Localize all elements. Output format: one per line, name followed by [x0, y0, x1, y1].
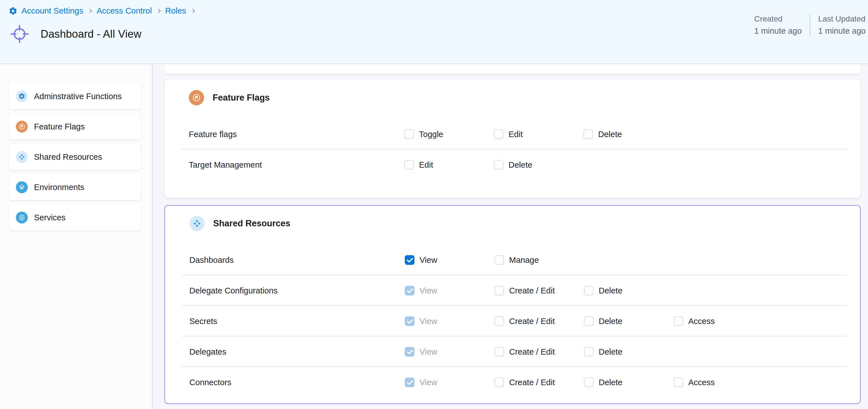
breadcrumb-access-control[interactable]: Access Control: [97, 6, 152, 15]
permission-option[interactable]: Create / Edit: [494, 286, 584, 296]
permission-rows: Feature flags Toggle Edit Delete Target …: [164, 119, 861, 180]
section-header: Feature Flags: [164, 80, 861, 105]
permission-option[interactable]: Toggle: [404, 130, 494, 139]
permission-option[interactable]: Edit: [494, 130, 583, 139]
permission-checkbox[interactable]: [405, 347, 414, 356]
permission-label: Create / Edit: [509, 378, 555, 387]
permission-checkbox[interactable]: [584, 347, 594, 356]
permission-label: Create / Edit: [509, 286, 555, 296]
permission-option[interactable]: Delete: [584, 286, 674, 296]
sidebar-item-administrative-functions[interactable]: Adminstrative Functions: [9, 83, 141, 109]
permission-label: Edit: [419, 160, 433, 170]
sidebar-item-label: Services: [34, 213, 65, 223]
permission-option[interactable]: Delete: [494, 160, 583, 170]
permission-checkbox[interactable]: [583, 130, 593, 139]
permission-option[interactable]: Delete: [583, 130, 673, 139]
permission-label: Create / Edit: [509, 317, 555, 326]
page-title: Dashboard - All View: [40, 28, 142, 40]
permission-row: Secrets View Create / Edit Delete Access: [165, 306, 860, 337]
permission-row: Delegate Configurations View Create / Ed…: [165, 275, 860, 306]
permission-option[interactable]: View: [405, 378, 494, 387]
permission-label: Access: [688, 378, 715, 387]
sidebar-item-environments[interactable]: Environments: [9, 174, 141, 200]
chevron-right-icon: [88, 9, 92, 13]
permission-row: Target Management Edit Delete: [164, 149, 861, 180]
roles-permission-page: Account Settings Access Control Roles Da…: [0, 0, 868, 409]
permission-checkbox[interactable]: [494, 286, 504, 296]
permission-option[interactable]: Create / Edit: [494, 316, 584, 326]
created-value: 1 minute ago: [754, 25, 802, 37]
permission-row: Delegates View Create / Edit Delete: [165, 337, 860, 367]
sidebar-item-services[interactable]: Services: [9, 205, 141, 231]
permission-option[interactable]: Edit: [404, 160, 494, 170]
permission-label: Delete: [508, 160, 532, 170]
permission-option[interactable]: View: [405, 286, 494, 296]
permission-option[interactable]: Access: [674, 316, 763, 326]
permission-option[interactable]: Manage: [494, 255, 584, 265]
permission-checkbox[interactable]: [494, 160, 503, 170]
permission-cells: View Create / Edit Delete: [405, 286, 674, 296]
permission-option[interactable]: Delete: [584, 347, 674, 356]
permission-checkbox[interactable]: [404, 160, 414, 170]
shared-resources-icon: [189, 216, 205, 231]
created-label: Created: [754, 13, 802, 25]
permission-checkbox[interactable]: [674, 378, 683, 387]
breadcrumb-roles[interactable]: Roles: [165, 6, 186, 15]
permission-option[interactable]: View: [405, 255, 494, 265]
permission-option[interactable]: Create / Edit: [494, 378, 584, 387]
permission-checkbox[interactable]: [584, 316, 594, 326]
services-icon: [16, 212, 28, 224]
permission-checkbox[interactable]: [494, 378, 504, 387]
permission-row: Feature flags Toggle Edit Delete: [164, 119, 861, 149]
permission-label: Delete: [599, 378, 622, 387]
section-header: Shared Resources: [165, 206, 860, 231]
breadcrumb-account-settings[interactable]: Account Settings: [22, 6, 83, 15]
permission-option[interactable]: Delete: [584, 378, 674, 387]
permission-cells: View Create / Edit Delete Access: [405, 378, 763, 387]
permission-checkbox[interactable]: [494, 347, 504, 356]
permission-option[interactable]: Create / Edit: [494, 347, 584, 356]
permission-checkbox[interactable]: [404, 130, 414, 139]
permission-cells: Toggle Edit Delete: [404, 130, 673, 139]
permission-checkbox[interactable]: [494, 130, 503, 139]
permission-label: Toggle: [419, 130, 443, 139]
resource-name: Delegates: [189, 347, 405, 356]
meta-panel: Created 1 minute ago Last Updated 1 minu…: [754, 13, 866, 37]
permission-checkbox[interactable]: [674, 316, 683, 326]
permission-section: Feature Flags Feature flags Toggle Edit …: [164, 80, 861, 198]
permission-checkbox[interactable]: [405, 378, 414, 387]
shared-resources-icon: [16, 151, 28, 163]
permission-checkbox[interactable]: [405, 286, 414, 296]
permission-checkbox[interactable]: [494, 255, 504, 265]
title-row: Dashboard - All View: [9, 24, 142, 44]
role-target-icon: [9, 24, 30, 44]
section-title: Shared Resources: [213, 218, 290, 229]
permission-label: View: [420, 378, 437, 387]
sidebar-item-feature-flags[interactable]: Feature Flags: [9, 113, 141, 140]
permission-checkbox[interactable]: [584, 378, 594, 387]
permission-checkbox[interactable]: [405, 255, 414, 265]
permission-checkbox[interactable]: [494, 316, 504, 326]
permission-option[interactable]: View: [405, 316, 494, 326]
resource-name: Delegate Configurations: [189, 286, 405, 296]
last-updated-value: 1 minute ago: [818, 25, 866, 37]
resource-name: Secrets: [189, 317, 405, 326]
chevron-right-icon: [191, 9, 195, 13]
permission-label: Edit: [508, 130, 523, 139]
permission-option[interactable]: Access: [674, 378, 763, 387]
permission-checkbox[interactable]: [584, 286, 594, 296]
permission-option[interactable]: Delete: [584, 316, 674, 326]
sidebar-item-label: Environments: [34, 183, 84, 192]
page-header: Account Settings Access Control Roles Da…: [0, 0, 868, 64]
permission-label: Delete: [598, 130, 622, 139]
sidebar-item-shared-resources[interactable]: Shared Resources: [9, 144, 141, 170]
resource-group-sidebar: Adminstrative Functions Feature Flags Sh…: [0, 65, 153, 409]
meta-divider: [810, 13, 810, 36]
permission-checkbox[interactable]: [405, 316, 414, 326]
permission-label: Create / Edit: [509, 347, 555, 356]
permission-option[interactable]: View: [405, 347, 494, 356]
permission-rows: Dashboards View Manage Delegate Configur…: [165, 245, 860, 398]
resource-name: Feature flags: [189, 130, 404, 139]
permission-label: View: [420, 317, 437, 326]
permission-label: Delete: [599, 347, 622, 356]
